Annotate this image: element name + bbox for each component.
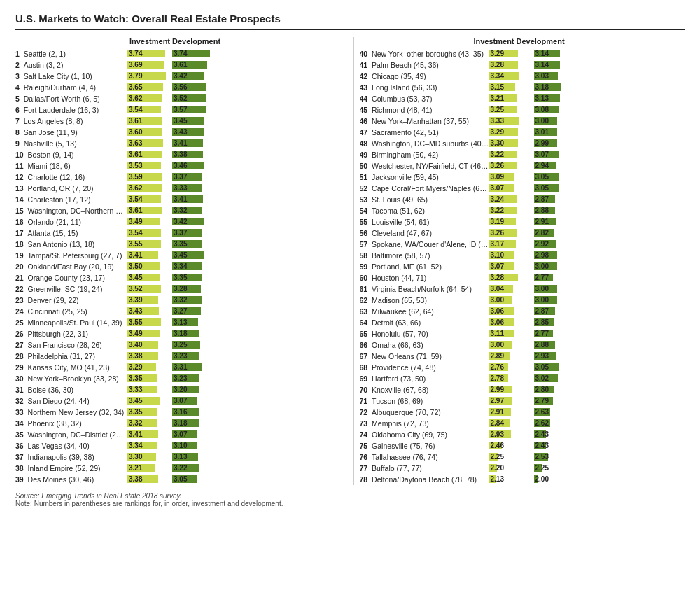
- investment-bar-cell: 3.39: [127, 295, 172, 304]
- row-label: 5 Dallas/Fort Worth (6, 5): [15, 94, 127, 103]
- table-row: 5 Dallas/Fort Worth (6, 5)3.623.52: [15, 93, 341, 104]
- table-row: 63 Milwaukee (62, 64)3.062.87: [360, 306, 685, 316]
- investment-value: 3.21: [129, 463, 142, 472]
- development-bar-cell: 3.61: [172, 60, 217, 69]
- investment-bar-cell: 3.65: [127, 83, 172, 92]
- row-number: 29: [15, 363, 26, 372]
- investment-value: 3.29: [491, 127, 504, 136]
- row-label: 18 San Antonio (13, 18): [15, 240, 127, 248]
- row-city: Gainesville (75, 76): [372, 442, 435, 450]
- investment-value: 3.32: [129, 419, 142, 428]
- row-number: 59: [360, 262, 370, 271]
- investment-bar-cell: 3.29: [489, 49, 534, 58]
- development-value: 3.10: [174, 441, 187, 450]
- row-label: 48 Washington, DC–MD suburbs (40, 56): [360, 139, 489, 148]
- row-number: 28: [15, 352, 26, 360]
- row-city: Milwaukee (62, 64): [372, 307, 434, 316]
- row-number: 33: [15, 408, 26, 416]
- table-row: 21 Orange County (23, 17)3.453.35: [15, 272, 341, 283]
- development-value: 3.25: [174, 340, 187, 349]
- development-value: 3.07: [174, 396, 187, 405]
- investment-value: 3.54: [129, 228, 142, 237]
- investment-value: 3.25: [491, 105, 504, 114]
- row-city: Charlotte (12, 16): [28, 173, 85, 181]
- row-city: Des Moines (30, 46): [28, 475, 94, 484]
- row-label: 26 Pittsburgh (22, 31): [15, 330, 127, 338]
- row-city: Charleston (17, 12): [28, 195, 91, 204]
- investment-bar-cell: 3.38: [127, 475, 172, 484]
- row-number: 17: [15, 229, 26, 237]
- investment-value: 3.40: [129, 340, 142, 349]
- table-row: 62 Madison (65, 53)3.003.00: [360, 295, 685, 305]
- investment-value: 3.54: [129, 105, 142, 114]
- row-number: 37: [15, 453, 26, 461]
- row-label: 19 Tampa/St. Petersburg (27, 7): [15, 251, 127, 260]
- row-label: 54 Tacoma (51, 62): [360, 206, 489, 215]
- investment-bar-cell: 3.07: [489, 262, 534, 271]
- row-label: 33 Northern New Jersey (32, 34): [15, 408, 127, 416]
- investment-value: 3.24: [491, 195, 504, 204]
- right-inv-header: Investment: [472, 37, 517, 46]
- row-city: Greenville, SC (19, 24): [28, 285, 103, 293]
- development-bar-cell: 3.13: [172, 452, 217, 461]
- investment-value: 3.29: [129, 363, 142, 372]
- row-city: Tucson (68, 69): [372, 397, 423, 405]
- table-row: 71 Tucson (68, 69)2.972.79: [360, 396, 685, 406]
- table-row: 49 Birmingham (50, 42)3.223.07: [360, 149, 685, 160]
- development-bar-cell: 3.34: [172, 262, 217, 271]
- row-city: Kansas City, MO (41, 23): [28, 363, 110, 372]
- table-row: 44 Columbus (53, 37)3.213.13: [360, 93, 685, 104]
- row-number: 30: [15, 374, 26, 383]
- table-row: 24 Cincinnati (25, 25)3.433.27: [15, 306, 341, 316]
- row-label: 50 Westchester, NY/Fairfield, CT (46, 58…: [360, 162, 489, 170]
- investment-bar-cell: 3.09: [489, 172, 534, 181]
- row-number: 8: [15, 128, 22, 136]
- development-value: 3.18: [174, 329, 187, 338]
- investment-value: 3.74: [129, 49, 142, 58]
- row-number: 45: [360, 106, 370, 114]
- development-bar-cell: 3.31: [172, 363, 217, 372]
- investment-bar-cell: 2.91: [489, 407, 534, 416]
- development-bar-cell: 3.43: [172, 127, 217, 136]
- investment-value: 3.26: [491, 161, 504, 170]
- investment-bar-cell: 3.59: [127, 172, 172, 181]
- table-row: 32 San Diego (24, 44)3.453.07: [15, 396, 341, 406]
- investment-value: 2.91: [491, 407, 504, 416]
- development-bar-cell: 3.37: [172, 172, 217, 181]
- investment-value: 3.61: [129, 206, 142, 215]
- table-row: 41 Palm Beach (45, 36)3.283.14: [360, 59, 685, 70]
- table-row: 54 Tacoma (51, 62)3.222.88: [360, 205, 685, 216]
- investment-bar-cell: 3.00: [489, 295, 534, 304]
- development-bar-cell: 3.35: [172, 273, 217, 282]
- row-label: 42 Chicago (35, 49): [360, 72, 489, 80]
- investment-bar-cell: 3.53: [127, 161, 172, 170]
- investment-bar-cell: 2.25: [489, 452, 534, 461]
- development-bar-cell: 3.56: [172, 83, 217, 92]
- row-label: 9 Nashville (5, 13): [15, 139, 127, 148]
- investment-value: 3.10: [491, 251, 504, 260]
- row-number: 26: [15, 330, 26, 338]
- left-column: Investment Development 1 Seattle (2, 1)3…: [15, 37, 348, 485]
- row-number: 74: [360, 430, 370, 439]
- investment-bar-cell: 3.19: [489, 217, 534, 226]
- development-bar-cell: 3.46: [172, 161, 217, 170]
- development-bar-cell: 3.52: [172, 94, 217, 103]
- investment-value: 3.30: [491, 139, 504, 148]
- development-value: 3.03: [536, 71, 549, 80]
- table-row: 15 Washington, DC–Northern VA (10, 21)3.…: [15, 205, 341, 216]
- table-row: 10 Boston (9, 14)3.613.38: [15, 149, 341, 160]
- table-row: 14 Charleston (17, 12)3.543.41: [15, 194, 341, 204]
- development-bar-cell: 3.23: [172, 374, 217, 383]
- development-bar-cell: 2.00: [534, 475, 579, 484]
- right-col-header: Investment Development: [360, 37, 685, 46]
- investment-value: 3.61: [129, 116, 142, 125]
- investment-bar-cell: 3.17: [489, 239, 534, 248]
- investment-bar-cell: 3.74: [127, 49, 172, 58]
- investment-bar-cell: 3.28: [489, 60, 534, 69]
- row-city: Birmingham (50, 42): [372, 150, 438, 159]
- development-bar-cell: 2.77: [534, 329, 579, 338]
- investment-value: 3.55: [129, 239, 142, 248]
- development-value: 2.91: [536, 217, 549, 226]
- investment-bar-cell: 3.22: [489, 150, 534, 159]
- row-number: 66: [360, 341, 370, 349]
